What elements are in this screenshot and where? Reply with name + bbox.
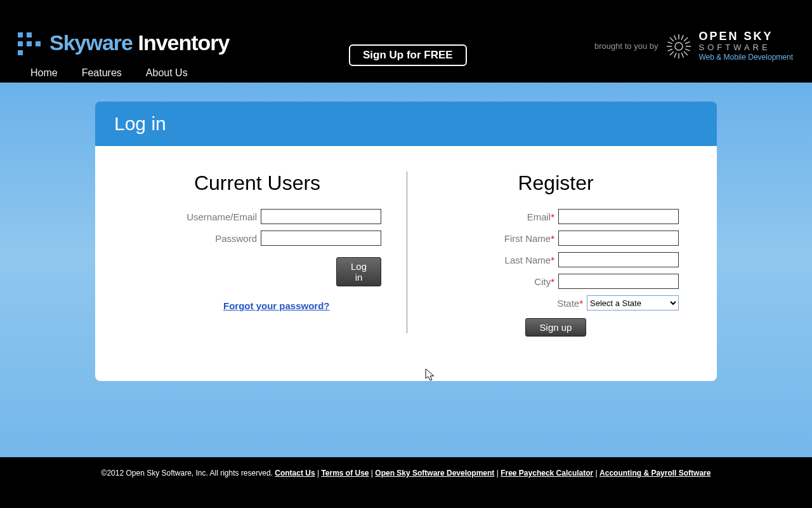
forgot-password-link[interactable]: Forgot your password? [133, 300, 381, 311]
brought-by-label: brought to you by [594, 41, 658, 51]
city-input[interactable] [558, 274, 679, 289]
sponsor-line2: SOFTWARE [698, 43, 793, 52]
sun-icon [665, 33, 692, 60]
copyright-text: ©2012 Open Sky Software, Inc. All rights… [102, 469, 275, 478]
nav-features[interactable]: Features [82, 67, 122, 79]
state-select[interactable]: Select a State [587, 295, 679, 311]
state-label: State* [557, 298, 583, 309]
sponsor-logo[interactable]: OPEN SKY SOFTWARE Web & Mobile Developme… [665, 30, 793, 62]
svg-line-13 [674, 53, 676, 57]
footer-terms-link[interactable]: Terms of Use [321, 469, 369, 478]
main-panel: Log in Current Users Username/Email Pass… [95, 102, 717, 381]
login-column: Current Users Username/Email Password Lo… [114, 171, 400, 337]
register-column: Register Email* First Name* Last Name* C… [414, 171, 698, 337]
username-label: Username/Email [187, 211, 257, 222]
nav-home[interactable]: Home [30, 67, 58, 79]
svg-line-12 [682, 53, 684, 57]
firstname-input[interactable] [558, 231, 679, 246]
logo-icon [18, 32, 42, 54]
sponsor-line1: OPEN SKY [698, 30, 793, 43]
logo[interactable]: Skyware Inventory [18, 30, 230, 55]
svg-line-10 [686, 41, 690, 43]
header-bar: Skyware Inventory Sign Up for FREE broug… [0, 0, 812, 83]
email-label: Email* [527, 211, 554, 222]
nav-about[interactable]: About Us [146, 67, 188, 79]
panel-body: Current Users Username/Email Password Lo… [95, 146, 717, 381]
svg-line-7 [684, 37, 688, 41]
sponsor-line3: Web & Mobile Development [698, 53, 793, 62]
username-input[interactable] [261, 209, 381, 224]
register-heading: Register [433, 171, 679, 195]
svg-line-16 [674, 35, 676, 39]
lastname-label: Last Name* [505, 255, 554, 265]
login-button[interactable]: Log in [336, 257, 381, 286]
footer-contact-link[interactable]: Contact Us [275, 469, 315, 478]
brand-name: Skyware [49, 30, 133, 55]
svg-line-6 [684, 51, 688, 55]
sponsor-block: brought to you by [594, 30, 793, 62]
logo-text: Skyware Inventory [49, 30, 230, 55]
footer-opensky-link[interactable]: Open Sky Software Development [375, 469, 494, 478]
svg-line-9 [682, 35, 684, 39]
svg-line-15 [668, 42, 672, 44]
lastname-input[interactable] [558, 252, 679, 267]
password-input[interactable] [261, 231, 381, 246]
firstname-label: First Name* [504, 233, 554, 244]
city-label: City* [534, 276, 554, 287]
password-label: Password [215, 233, 257, 244]
svg-line-8 [670, 51, 674, 55]
footer-accounting-link[interactable]: Accounting & Payroll Software [599, 469, 710, 478]
email-input[interactable] [558, 209, 679, 224]
signup-button[interactable]: Sign up [525, 318, 587, 337]
product-name: Inventory [138, 30, 229, 55]
svg-line-11 [686, 49, 690, 51]
svg-line-5 [670, 37, 674, 41]
footer-paycheck-link[interactable]: Free Paycheck Calculator [501, 469, 593, 478]
column-divider [407, 171, 407, 333]
signup-free-button[interactable]: Sign Up for FREE [349, 44, 467, 66]
svg-point-0 [675, 43, 683, 50]
sponsor-text: OPEN SKY SOFTWARE Web & Mobile Developme… [698, 30, 793, 62]
panel-title: Log in [95, 102, 717, 146]
svg-line-14 [668, 49, 672, 51]
login-heading: Current Users [133, 171, 381, 195]
cursor-icon [425, 368, 436, 382]
main-nav: Home Features About Us [30, 67, 188, 79]
footer: ©2012 Open Sky Software, Inc. All rights… [0, 457, 812, 508]
